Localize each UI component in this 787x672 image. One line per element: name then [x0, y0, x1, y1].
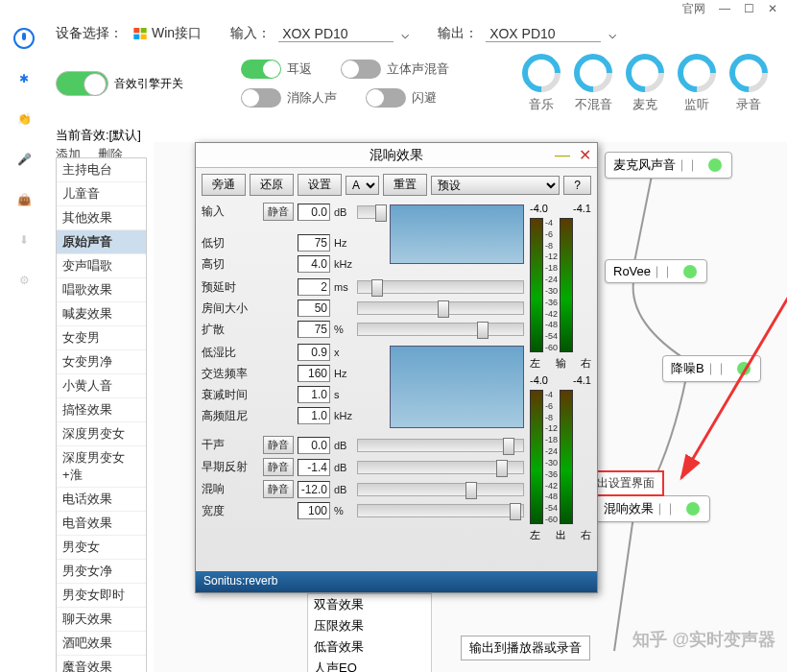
drywet-val[interactable]: 0.9: [298, 344, 330, 361]
lowcut-val[interactable]: 75: [298, 234, 330, 252]
effect-item[interactable]: 男变女即时: [57, 584, 146, 608]
window-close[interactable]: ✕: [768, 2, 777, 15]
filter-graph[interactable]: [390, 204, 524, 264]
site-link[interactable]: 官网: [682, 1, 705, 17]
effect-item[interactable]: 喊麦效果: [57, 302, 146, 326]
highcut-val[interactable]: 4.0: [298, 255, 330, 273]
effect-item[interactable]: 聊天效果: [57, 608, 146, 632]
dodge-toggle[interactable]: [366, 88, 406, 108]
node-output[interactable]: 输出到播放器或录音: [461, 636, 590, 660]
decay-graph[interactable]: [390, 346, 524, 428]
window-max[interactable]: ☐: [744, 2, 754, 15]
hfdamp-val[interactable]: 1.0: [298, 407, 330, 424]
level-meters: -4.0-4.1 -4-6-8-12-18-24-30-36-42-48-54-…: [530, 203, 591, 542]
dry-slider[interactable]: [357, 439, 524, 452]
ear-return-toggle[interactable]: [241, 60, 281, 79]
clap-icon[interactable]: 👏: [12, 108, 36, 131]
width-val[interactable]: 100: [298, 502, 330, 519]
settings-button[interactable]: 设置: [298, 174, 342, 196]
dry-mute[interactable]: 静音: [263, 436, 294, 454]
input-select[interactable]: XOX PD10: [278, 26, 394, 42]
device-select[interactable]: Win接口: [132, 25, 202, 42]
sub-effect-list: 双音效果压限效果低音效果人声EQ: [307, 593, 432, 672]
watermark: 知乎 @实时变声器: [632, 628, 775, 651]
roomsize-val[interactable]: 50: [298, 300, 330, 317]
reverb-mute[interactable]: 静音: [263, 480, 294, 498]
knob-nomix[interactable]: [566, 46, 621, 101]
node-mic-input[interactable]: 麦克风声音⎸⎸: [605, 152, 732, 179]
effect-item[interactable]: 深度男变女: [57, 422, 146, 446]
effect-item[interactable]: 电音效果: [57, 512, 146, 536]
width-slider[interactable]: [357, 504, 524, 517]
effect-item[interactable]: 主持电台: [57, 158, 146, 182]
engine-toggle[interactable]: [56, 71, 108, 96]
effect-item[interactable]: 其他效果: [57, 206, 146, 230]
snowflake-icon[interactable]: ✱: [12, 67, 36, 90]
knob-monitor[interactable]: [670, 46, 725, 101]
svg-rect-5: [141, 35, 147, 39]
effect-item[interactable]: 女变男净: [57, 350, 146, 374]
gear-icon[interactable]: ⚙: [12, 269, 36, 292]
knob-music[interactable]: [514, 46, 569, 101]
early-val[interactable]: -1.4: [298, 459, 330, 476]
decay-val[interactable]: 1.0: [298, 386, 330, 403]
input-slider[interactable]: [357, 205, 386, 219]
early-mute[interactable]: 静音: [263, 458, 294, 476]
effect-item[interactable]: 酒吧效果: [57, 632, 146, 656]
preset-slot-select[interactable]: A: [346, 176, 379, 195]
meter-out-r: [560, 390, 573, 524]
bag-icon[interactable]: 👜: [12, 188, 36, 211]
reverb-dialog: 混响效果 — ✕ 旁通 还原 设置 A 重置 预设 ? 输入静音0.: [195, 142, 598, 593]
effect-item[interactable]: 原始声音: [57, 230, 146, 254]
mic-logo-icon[interactable]: [12, 27, 36, 50]
input-mute[interactable]: 静音: [263, 203, 294, 221]
effect-item[interactable]: 变声唱歌: [57, 254, 146, 278]
stereo-mix-toggle[interactable]: [341, 60, 381, 79]
input-val[interactable]: 0.0: [298, 204, 330, 221]
remove-vocal-toggle[interactable]: [241, 88, 281, 108]
effect-item[interactable]: 男变女: [57, 536, 146, 560]
early-slider[interactable]: [357, 461, 524, 474]
effect-item[interactable]: 小黄人音: [57, 374, 146, 398]
window-min[interactable]: —: [719, 2, 730, 15]
mic-icon[interactable]: 🎤: [12, 148, 36, 171]
xfreq-val[interactable]: 160: [298, 365, 330, 382]
effect-item[interactable]: 魔音效果: [57, 656, 146, 672]
output-select[interactable]: XOX PD10: [486, 26, 601, 42]
sub-effect-item[interactable]: 压限效果: [308, 615, 431, 636]
bypass-button[interactable]: 旁通: [202, 174, 246, 196]
reverb-slider[interactable]: [357, 483, 524, 496]
diffuse-slider[interactable]: [357, 323, 524, 336]
effect-item[interactable]: 深度男变女+淮: [57, 446, 146, 488]
effect-item[interactable]: 儿童音: [57, 182, 146, 206]
chevron-down-icon[interactable]: ⌵: [401, 26, 409, 41]
node-reverb[interactable]: 混响效果⎸⎸: [595, 495, 710, 522]
preset-select[interactable]: 预设: [431, 176, 560, 195]
output-label: 输出：: [438, 25, 478, 42]
reset-button[interactable]: 重置: [383, 174, 427, 196]
knob-mic[interactable]: [618, 46, 673, 101]
sub-effect-item[interactable]: 人声EQ: [308, 658, 431, 672]
sub-effect-item[interactable]: 双音效果: [308, 594, 431, 615]
effect-item[interactable]: 男变女净: [57, 560, 146, 584]
knob-record[interactable]: [722, 46, 776, 101]
effect-item[interactable]: 女变男: [57, 326, 146, 350]
help-button[interactable]: ?: [563, 176, 591, 195]
reverb-val[interactable]: -12.0: [298, 481, 330, 498]
dry-val[interactable]: 0.0: [298, 437, 330, 454]
dialog-close-icon[interactable]: ✕: [579, 146, 591, 164]
dialog-title: 混响效果: [370, 147, 423, 164]
sub-effect-item[interactable]: 低音效果: [308, 636, 431, 658]
dialog-min-icon[interactable]: —: [555, 147, 570, 164]
roomsize-slider[interactable]: [357, 301, 524, 315]
effect-item[interactable]: 唱歌效果: [57, 278, 146, 302]
download-icon[interactable]: ⬇: [12, 228, 36, 252]
svg-rect-1: [22, 33, 26, 40]
predelay-slider[interactable]: [357, 280, 524, 294]
chevron-down-icon[interactable]: ⌵: [608, 26, 616, 41]
predelay-val[interactable]: 2: [298, 278, 330, 296]
effect-item[interactable]: 搞怪效果: [57, 398, 146, 422]
diffuse-val[interactable]: 75: [298, 321, 330, 338]
effect-item[interactable]: 电话效果: [57, 488, 146, 512]
restore-button[interactable]: 还原: [250, 174, 294, 196]
